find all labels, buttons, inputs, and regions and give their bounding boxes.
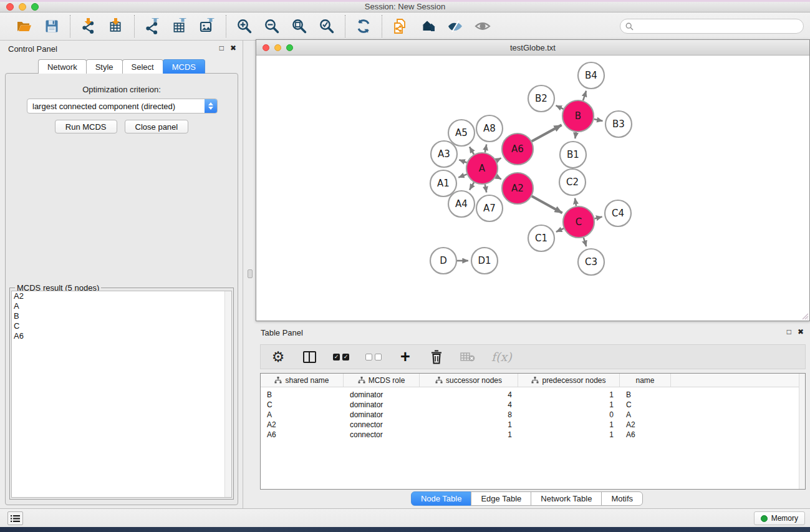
result-scrollbar[interactable] [224,291,231,497]
table-row[interactable]: A6connector11A6 [261,430,805,440]
tab-motifs[interactable]: Motifs [601,491,643,506]
table-cell[interactable]: A [261,410,344,420]
table-row[interactable]: Adominator80A [261,410,805,420]
import-network-icon[interactable] [79,17,98,36]
zoom-fit-icon[interactable] [290,17,309,36]
table-cell[interactable]: A6 [620,430,671,440]
table-cell[interactable]: B [261,390,344,400]
column-header-MCDS-role[interactable]: MCDS role [344,374,420,387]
refresh-layout-icon[interactable] [354,17,373,36]
table-scrollbar[interactable] [799,374,805,489]
select-all-icon[interactable]: ✓✓ [333,348,349,365]
edge-C-C4[interactable] [594,217,602,219]
tab-edge-table[interactable]: Edge Table [471,491,531,506]
edge-A-A2[interactable] [496,177,501,180]
column-header-successor-nodes[interactable]: successor nodes [420,374,518,387]
result-item[interactable]: B [12,311,231,321]
table-row[interactable]: Cdominator41C [261,400,805,410]
float-panel-icon[interactable]: □ [219,44,224,52]
tab-mcds[interactable]: MCDS [163,59,205,74]
table-cell[interactable]: 8 [420,410,518,420]
search-input[interactable] [637,22,798,31]
table-cell[interactable]: connector [344,420,420,430]
edge-A-A1[interactable] [458,174,467,177]
tab-node-table[interactable]: Node Table [411,491,472,506]
table-cell[interactable]: dominator [344,390,420,400]
export-table-icon[interactable] [171,17,190,36]
result-item[interactable]: C [12,321,231,331]
result-item[interactable]: A [12,301,231,311]
table-cell[interactable]: 4 [420,390,518,400]
node-B2[interactable]: B2 [528,85,554,112]
optimization-dropdown[interactable]: largest connected component (directed) [27,99,218,114]
close-panel-icon[interactable]: ✖ [230,44,236,52]
result-item[interactable]: A6 [12,331,231,341]
close-table-panel-icon[interactable]: ✖ [798,327,804,336]
table-cell[interactable]: connector [344,430,420,440]
hide-graphics-icon[interactable] [446,17,465,36]
table-cell[interactable]: A2 [620,420,671,430]
task-history-button[interactable] [7,511,23,525]
edge-B-B3[interactable] [594,119,603,121]
edge-B-B4[interactable] [583,91,586,101]
show-graphics-icon[interactable] [473,17,492,36]
node-A2[interactable]: A2 [502,173,533,204]
tab-style[interactable]: Style [86,59,123,74]
table-cell[interactable]: C [620,400,671,410]
node-A8[interactable]: A8 [476,115,503,142]
table-cell[interactable]: 1 [518,420,620,430]
node-A[interactable]: A [466,153,498,184]
tab-network-table[interactable]: Network Table [531,491,602,506]
node-C1[interactable]: C1 [528,225,554,251]
table-cell[interactable]: C [261,400,344,410]
home-layout-icon[interactable] [418,17,437,36]
table-cell[interactable]: B [620,390,671,400]
edge-A-A8[interactable] [485,145,486,153]
edge-B-B2[interactable] [556,105,564,109]
network-graph-canvas[interactable]: B4 B2 B B3 A5 A8 A6 B1 A3 A A1 C2 A2 [256,56,809,321]
table-cell[interactable]: dominator [344,400,420,410]
node-C3[interactable]: C3 [578,249,604,275]
export-image-icon[interactable] [198,17,217,36]
table-cell[interactable]: A2 [261,420,344,430]
table-cell[interactable]: 1 [518,400,620,410]
zoom-in-icon[interactable] [235,17,254,36]
node-B1[interactable]: B1 [560,142,586,168]
memory-button[interactable]: Memory [754,511,805,525]
float-table-panel-icon[interactable]: □ [787,327,791,336]
resize-grip-icon[interactable] [800,311,809,320]
edge-A-A4[interactable] [470,183,474,190]
zoom-out-icon[interactable] [263,17,281,36]
edge-C-C2[interactable] [575,198,576,206]
export-network-icon[interactable] [143,17,162,36]
panel-splitter-handle[interactable] [248,269,253,278]
edge-A-A6[interactable] [496,158,501,160]
edge-A2-C[interactable] [532,196,562,213]
node-C2[interactable]: C2 [559,169,586,195]
zoom-selected-icon[interactable] [317,17,336,36]
add-row-icon[interactable]: + [398,348,413,365]
close-panel-button[interactable]: Close panel [125,120,189,133]
node-C[interactable]: C [563,206,594,238]
table-cell[interactable]: 1 [420,420,518,430]
node-A5[interactable]: A5 [448,120,475,146]
clone-network-icon[interactable] [391,17,410,36]
result-item[interactable]: A2 [12,291,231,301]
edge-C-C3[interactable] [584,238,586,246]
node-A6[interactable]: A6 [502,133,533,165]
table-cell[interactable]: A6 [261,430,344,440]
import-table-icon[interactable] [107,17,125,36]
columns-icon[interactable] [302,348,317,365]
edge-B-B1[interactable] [575,132,576,138]
tab-network[interactable]: Network [38,59,87,74]
node-table[interactable]: shared nameMCDS rolesuccessor nodesprede… [260,373,806,490]
table-cell[interactable]: 1 [518,430,620,440]
edge-C-C1[interactable] [556,228,564,231]
node-C4[interactable]: C4 [605,200,631,226]
table-row[interactable]: Bdominator41B [261,390,805,400]
node-D[interactable]: D [430,248,456,274]
node-D1[interactable]: D1 [471,248,498,274]
delete-row-icon[interactable] [429,348,444,365]
table-cell[interactable]: dominator [344,410,420,420]
mcds-result-list[interactable]: A2ABCA6 [11,291,232,498]
